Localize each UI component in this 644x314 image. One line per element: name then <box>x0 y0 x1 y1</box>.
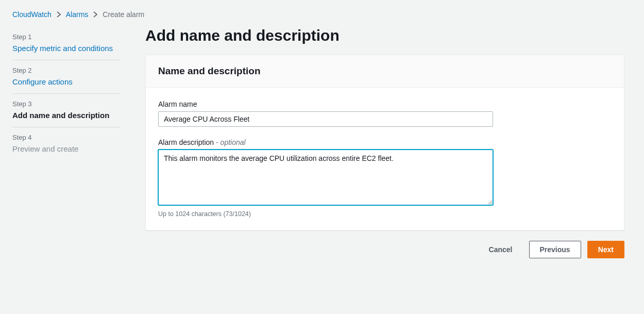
step-3: Step 3 Add name and description <box>12 94 121 127</box>
page-title: Add name and description <box>145 27 624 44</box>
breadcrumb-current: Create alarm <box>103 10 144 19</box>
step-4-title: Preview and create <box>12 143 121 154</box>
next-button[interactable]: Next <box>587 241 624 258</box>
label-separator: - <box>216 138 221 146</box>
wizard-actions: Cancel Previous Next <box>145 241 624 258</box>
step-number: Step 2 <box>12 67 121 74</box>
panel-header: Name and description <box>146 55 624 88</box>
main-content: Add name and description Name and descri… <box>145 27 624 258</box>
step-number: Step 1 <box>12 33 121 41</box>
step-3-title: Add name and description <box>12 110 121 121</box>
alarm-name-input[interactable] <box>158 111 493 127</box>
alarm-description-textarea[interactable] <box>158 150 493 205</box>
cancel-button[interactable]: Cancel <box>479 241 523 258</box>
breadcrumb-root[interactable]: CloudWatch <box>12 10 52 19</box>
step-1: Step 1 Specify metric and conditions <box>12 27 121 60</box>
previous-button[interactable]: Previous <box>529 241 581 258</box>
alarm-description-label-text: Alarm description <box>158 138 214 146</box>
wizard-steps: Step 1 Specify metric and conditions Ste… <box>12 27 121 258</box>
alarm-description-label: Alarm description - optional <box>158 138 612 146</box>
form-group-alarm-name: Alarm name <box>158 100 612 127</box>
chevron-right-icon <box>57 11 61 18</box>
step-2-title[interactable]: Configure actions <box>12 76 121 87</box>
breadcrumb: CloudWatch Alarms Create alarm <box>12 10 632 19</box>
step-number: Step 4 <box>12 134 121 141</box>
step-1-title[interactable]: Specify metric and conditions <box>12 43 121 54</box>
panel-body: Alarm name Alarm description - optional … <box>146 88 624 230</box>
form-group-alarm-description: Alarm description - optional Up to 1024 … <box>158 138 612 218</box>
step-4: Step 4 Preview and create <box>12 127 121 160</box>
alarm-description-helper: Up to 1024 characters (73/1024) <box>158 210 612 218</box>
panel-name-description: Name and description Alarm name Alarm de… <box>145 55 624 230</box>
step-2: Step 2 Configure actions <box>12 60 121 94</box>
chevron-right-icon <box>93 11 97 18</box>
step-number: Step 3 <box>12 100 121 108</box>
optional-tag: optional <box>221 138 246 146</box>
panel-heading: Name and description <box>158 65 612 77</box>
alarm-name-label: Alarm name <box>158 100 612 108</box>
breadcrumb-parent[interactable]: Alarms <box>66 10 89 19</box>
